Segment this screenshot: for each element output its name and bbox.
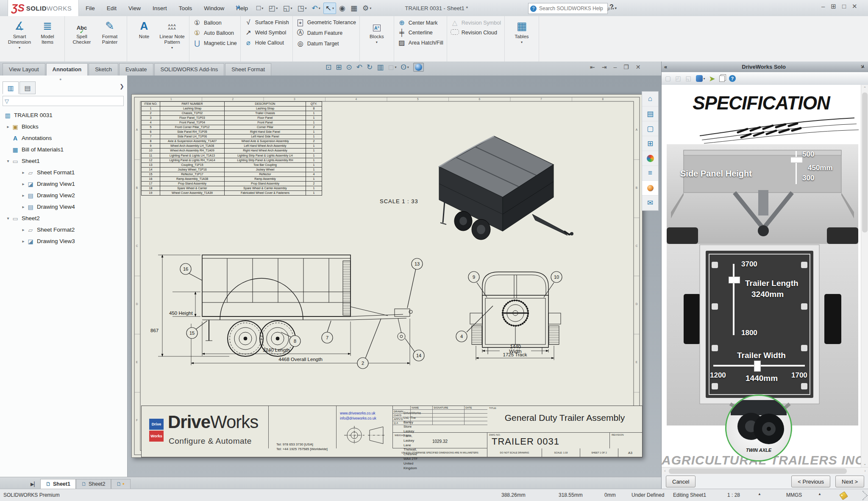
bom-row[interactable]: 7Side Panel LH_T1P06Left Hand Side Panel… — [142, 134, 322, 139]
hide-show-items-icon[interactable]: ʘ▾ — [401, 63, 409, 72]
tree-item-drawing-view2[interactable]: ▸▤Drawing View2 — [0, 190, 126, 201]
open-document-icon[interactable]: ◰▾ — [266, 3, 280, 14]
tree-item-drawing-view1[interactable]: ▸◪Drawing View1 — [0, 178, 126, 190]
slider-handle[interactable] — [729, 277, 740, 283]
bom-row[interactable]: 14Jockey Wheel_T1P16Jockey Wheel1 — [142, 167, 322, 172]
note-button[interactable]: ANote — [131, 18, 158, 40]
bom-row[interactable]: 19Wheel Cover Assembly_T1A39Fabricated W… — [142, 190, 322, 195]
selection-filter-icon[interactable]: ◉ — [337, 3, 348, 14]
tree-item-sheet1[interactable]: ▾▭Sheet1 — [0, 155, 126, 167]
panel-expand-icon[interactable]: ❯ — [120, 83, 124, 90]
datum-target-button[interactable]: ◎Datum Target — [296, 39, 339, 48]
dropdown-icon[interactable]: ▾ — [19, 46, 20, 50]
expand-icon[interactable]: ▸ — [20, 227, 26, 232]
zoom-to-area-icon[interactable]: ⊞ — [336, 63, 342, 72]
tab-sketch[interactable]: Sketch — [89, 63, 118, 76]
tab-property-manager[interactable]: ▤ — [19, 81, 36, 94]
iso-view[interactable] — [439, 136, 573, 240]
help-button[interactable]: ?▾ — [609, 3, 617, 11]
expand-icon[interactable]: ▸ — [20, 239, 26, 244]
vertical-scrollbar[interactable]: ⌃ ⌄ — [861, 85, 868, 467]
dropdown-icon[interactable]: ▾ — [521, 40, 523, 44]
centerline-button[interactable]: ╪Centerline — [398, 29, 433, 36]
tree-item-sheet-format2[interactable]: ▸▱Sheet Format2 — [0, 224, 126, 235]
tree-item-annotations[interactable]: AAnnotations — [0, 132, 126, 144]
expand-icon[interactable]: ▸ — [20, 204, 26, 209]
scroll-down-icon[interactable]: ⌄ — [861, 460, 868, 467]
select-icon[interactable]: ↖▾ — [323, 3, 336, 14]
design-library-icon[interactable]: ▤ — [642, 106, 658, 121]
side-panel-height-slider[interactable] — [794, 151, 798, 184]
menu-tools[interactable]: Tools — [174, 3, 198, 13]
expand-icon[interactable]: ▸ — [5, 124, 11, 129]
menu-edit[interactable]: Edit — [102, 3, 122, 13]
tree-item-sheet-format1[interactable]: ▸▱Sheet Format1 — [0, 167, 126, 178]
horizontal-scrollbar[interactable]: ‹ › — [662, 467, 868, 475]
options-icon[interactable]: ⚙▾ — [360, 3, 373, 14]
add-sheet-tab[interactable]: 🗋✦ — [111, 479, 131, 489]
arrange-windows-button[interactable]: ⊞ — [831, 3, 836, 10]
menu-file[interactable]: File — [81, 3, 100, 13]
weld-symbol-button[interactable]: ↗Weld Symbol — [244, 28, 286, 36]
sheet-nav-icon[interactable]: ▶▏ — [28, 479, 40, 489]
bom-row[interactable]: 6Side Panel RH_T1P05Right Hand Side Pane… — [142, 130, 322, 134]
new-document-icon[interactable]: □▾ — [254, 3, 265, 14]
blocks-button[interactable]: A°Blocks▾ — [363, 18, 390, 45]
tab-solidworks-add-ins[interactable]: SOLIDWORKS Add-Ins — [154, 63, 225, 76]
tree-item-sheet2[interactable]: ▾▭Sheet2 — [0, 213, 126, 224]
bom-row[interactable]: 12Lighting Panel & Lights RH_T1A14Lighti… — [142, 158, 322, 162]
bom-row[interactable]: 18Spare Wheel & CarrierSpare Wheel & Car… — [142, 186, 322, 190]
expand-icon[interactable]: ▸ — [20, 170, 26, 175]
surface-finish-button[interactable]: √Surface Finish — [244, 19, 289, 26]
zoom-in-out-icon[interactable]: ⊙ — [346, 63, 352, 72]
tab-evaluate[interactable]: Evaluate — [119, 63, 153, 76]
trailer-length-slider[interactable] — [732, 264, 736, 335]
previous-window-icon[interactable]: ⇤ — [590, 64, 595, 70]
scroll-right-icon[interactable]: › — [862, 467, 868, 475]
area-hatch-fill-button[interactable]: ▨Area Hatch/Fill — [398, 39, 443, 47]
appearances-icon[interactable] — [642, 151, 658, 166]
tree-item-drawing-view3[interactable]: ▸◪Drawing View3 — [0, 235, 126, 247]
units-label[interactable]: MMGS — [786, 492, 802, 498]
hole-callout-button[interactable]: ⌀Hole Callout — [244, 39, 284, 47]
bom-row[interactable]: 13Coupling_T1P15Tow Bar Coupling1 — [142, 162, 322, 167]
menu-insert[interactable]: Insert — [147, 3, 172, 13]
sheet-tab-sheet2[interactable]: 🗋Sheet2 — [76, 479, 111, 489]
trailer-width-slider[interactable] — [713, 364, 805, 368]
geometric-tolerance-button[interactable]: ⌖Geometric Tolerance — [296, 19, 356, 26]
collapse-icon[interactable]: ▾ — [5, 216, 11, 221]
tag-icon[interactable] — [839, 491, 848, 500]
tree-item-drawing-view4[interactable]: ▸▤Drawing View4 — [0, 201, 126, 213]
release-models-icon[interactable]: ➤ — [709, 75, 715, 83]
linear-note-pattern-button[interactable]: AAAAAALinear Note Pattern▾ — [159, 18, 186, 50]
auto-balloon-button[interactable]: ①Auto Balloon — [193, 29, 234, 37]
help-icon[interactable]: ? — [729, 75, 736, 82]
undo-icon[interactable]: ↶▾ — [310, 3, 323, 14]
tables-button[interactable]: ▦Tables▾ — [508, 18, 535, 45]
dropdown-icon[interactable]: ▾ — [171, 46, 173, 50]
rotate-view-icon[interactable]: ↻ — [367, 63, 373, 72]
bom-row[interactable]: 11Lighting Panel & Lights LH_T1A13Lighti… — [142, 153, 322, 158]
model-items-button[interactable]: ≣Model Items — [34, 18, 61, 46]
balloon-button[interactable]: ①Balloon — [193, 19, 222, 27]
close-doc-icon[interactable]: ✕ — [636, 64, 641, 70]
view-palette-icon[interactable]: ⊞ — [642, 136, 658, 151]
help-search-box[interactable]: ? ⌕ ▾ — [528, 3, 608, 14]
previous-view-icon[interactable]: ↶ — [356, 63, 362, 72]
bom-row[interactable]: 8Axle & Suspension Assembly_T1A07Wheel A… — [142, 139, 322, 144]
minimize-doc-icon[interactable]: – — [613, 64, 617, 70]
side-balloons[interactable]: 16 15 8 7 2 13 14 — [180, 258, 424, 369]
sheet-properties-icon[interactable]: ▥ — [377, 63, 384, 72]
tab-annotation[interactable]: Annotation — [46, 63, 88, 76]
tab-feature-tree[interactable]: ▥ — [3, 81, 19, 94]
sketch-grid-icon[interactable]: ▦ — [348, 3, 359, 14]
collapse-icon[interactable]: ▾ — [5, 159, 11, 163]
close-button[interactable]: ✕ — [852, 3, 857, 10]
next-window-icon[interactable]: ⇥ — [602, 64, 607, 70]
bom-row[interactable]: 4Front Panel_T1P04Front Panel1 — [142, 120, 322, 125]
revision-cloud-button[interactable]: Revision Cloud — [451, 29, 497, 36]
sheet-scale[interactable]: 1 : 28 — [727, 492, 740, 498]
minimize-button[interactable]: – — [821, 3, 825, 10]
file-explorer-icon[interactable]: ▢ — [642, 121, 658, 136]
next-button[interactable]: Next > — [835, 476, 864, 487]
